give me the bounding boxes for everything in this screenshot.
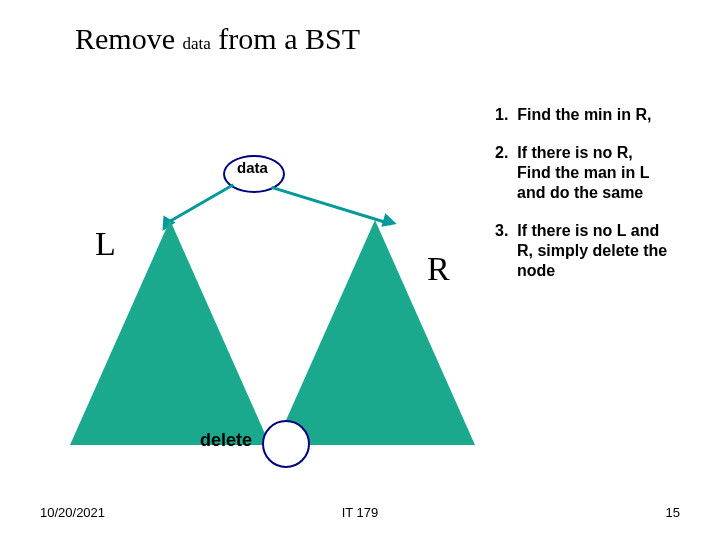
step-3-number: 3. xyxy=(495,222,508,239)
step-3: 3. If there is no L and R, simply delete… xyxy=(495,221,705,281)
step-2-number: 2. xyxy=(495,144,508,161)
data-node-label: data xyxy=(237,159,268,176)
delete-node-circle xyxy=(262,420,310,468)
step-2-line-3: and do the same xyxy=(495,183,705,203)
title-word-data: data xyxy=(182,34,210,53)
step-2-line-1: If there is no R, xyxy=(517,144,633,161)
step-2: 2. If there is no R, Find the man in L a… xyxy=(495,143,705,203)
step-3-line-3: node xyxy=(495,261,705,281)
delete-label: delete xyxy=(200,430,252,451)
steps-list: 1. Find the min in R, 2. If there is no … xyxy=(495,105,705,299)
step-1-number: 1. xyxy=(495,106,508,123)
step-3-line-2: R, simply delete the xyxy=(495,241,705,261)
footer-course: IT 179 xyxy=(0,505,720,520)
step-3-line-1: If there is no L and xyxy=(517,222,659,239)
title-word-remove: Remove xyxy=(75,22,175,55)
step-2-line-2: Find the man in L xyxy=(495,163,705,183)
label-r: R xyxy=(427,250,450,288)
step-1-text: Find the min in R, xyxy=(517,106,651,123)
slide-title: Remove data from a BST xyxy=(75,22,360,56)
step-1: 1. Find the min in R, xyxy=(495,105,705,125)
title-word-suffix: from a BST xyxy=(218,22,360,55)
footer-page-number: 15 xyxy=(666,505,680,520)
slide: Remove data from a BST 1. Find the min i… xyxy=(0,0,720,540)
label-l: L xyxy=(95,225,116,263)
